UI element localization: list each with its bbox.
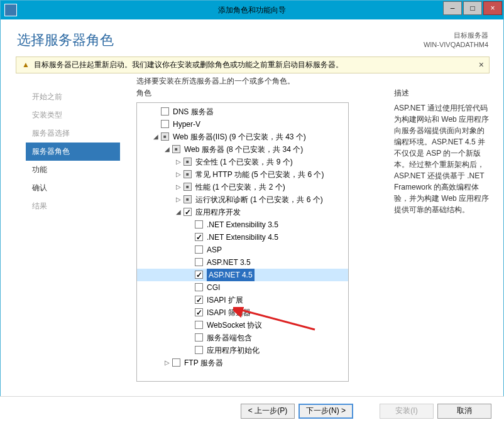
page-title: 选择服务器角色 — [17, 31, 114, 50]
wizard-steps-sidebar: 开始之前安装类型服务器选择服务器角色功能确认结果 — [26, 88, 120, 382]
close-button[interactable]: × — [483, 1, 502, 15]
checkbox[interactable] — [195, 258, 203, 266]
tree-label: CGI — [207, 281, 220, 294]
warning-close-button[interactable]: × — [479, 60, 484, 70]
checkbox[interactable] — [172, 358, 180, 367]
footer: < 上一步(P) 下一步(N) > 安装(I) 取消 — [0, 396, 504, 425]
tree-row[interactable]: .NET Extensibility 3.5 — [137, 218, 348, 231]
checkbox[interactable] — [161, 107, 169, 116]
chevron-right-icon[interactable]: ▷ — [163, 357, 171, 369]
tree-row[interactable]: ◢应用程序开发 — [137, 206, 348, 218]
tree-row[interactable]: ▷FTP 服务器 — [137, 357, 348, 369]
tree-row[interactable]: ◢Web 服务器(IIS) (9 个已安装，共 43 个) — [137, 131, 348, 143]
sub-instruction: 选择要安装在所选服务器上的一个或多个角色。 — [136, 76, 503, 87]
checkbox[interactable] — [195, 220, 203, 229]
checkbox[interactable] — [184, 208, 192, 216]
tree-row[interactable]: 服务器端包含 — [137, 331, 348, 344]
tree-row[interactable]: ▷常见 HTTP 功能 (5 个已安装，共 6 个) — [137, 168, 348, 181]
tree-label: ISAPI 扩展 — [207, 294, 243, 306]
tree-row[interactable]: DNS 服务器 — [137, 105, 348, 118]
checkbox[interactable] — [195, 346, 203, 354]
checkbox[interactable] — [195, 308, 203, 316]
tree-label: 服务器端包含 — [207, 331, 252, 344]
tree-label: .NET Extensibility 3.5 — [207, 218, 278, 231]
chevron-down-icon[interactable]: ◢ — [163, 143, 171, 156]
sidebar-item-0: 开始之前 — [26, 88, 120, 106]
destination-server: WIN-VIVQADATHM4 — [424, 40, 488, 50]
sidebar-item-1: 安装类型 — [26, 106, 120, 124]
checkbox[interactable] — [195, 333, 203, 342]
tree-row[interactable]: ASP.NET 4.5 — [137, 269, 348, 281]
description-caption: 描述 — [394, 88, 491, 99]
checkbox[interactable] — [184, 170, 192, 178]
checkbox[interactable] — [195, 283, 203, 291]
checkbox[interactable] — [161, 132, 169, 141]
tree-row[interactable]: ▷运行状况和诊断 (1 个已安装，共 6 个) — [137, 193, 348, 206]
tree-label: FTP 服务器 — [184, 357, 223, 369]
sidebar-item-4[interactable]: 功能 — [26, 161, 120, 179]
maximize-button[interactable]: □ — [463, 1, 482, 15]
warning-text: 目标服务器已挂起重新启动。我们建议你在安装或删除角色或功能之前重新启动目标服务器… — [34, 60, 343, 70]
tree-label: 常见 HTTP 功能 (5 个已安装，共 6 个) — [195, 168, 324, 181]
sidebar-item-5[interactable]: 确认 — [26, 179, 120, 197]
chevron-down-icon[interactable]: ◢ — [175, 206, 182, 218]
tree-label: 运行状况和诊断 (1 个已安装，共 6 个) — [195, 193, 323, 206]
sidebar-item-6: 结果 — [26, 197, 120, 215]
chevron-right-icon[interactable]: ▷ — [175, 168, 182, 181]
tree-label: 安全性 (1 个已安装，共 9 个) — [195, 156, 293, 168]
tree-row[interactable]: Hyper-V — [137, 118, 348, 131]
roles-caption: 角色 — [136, 88, 383, 99]
destination-label: 目标服务器 — [424, 31, 488, 40]
tree-label: ASP.NET 4.5 — [207, 269, 255, 281]
tree-label: ASP.NET 3.5 — [207, 256, 251, 269]
chevron-right-icon[interactable]: ▷ — [175, 181, 182, 193]
checkbox[interactable] — [172, 145, 180, 153]
checkbox[interactable] — [161, 120, 169, 128]
tree-label: ASP — [207, 244, 222, 256]
checkbox[interactable] — [184, 158, 192, 166]
tree-row[interactable]: .NET Extensibility 4.5 — [137, 231, 348, 244]
tree-row[interactable]: ISAPI 筛选器 — [137, 306, 348, 319]
chevron-right-icon[interactable]: ▷ — [175, 156, 182, 168]
tree-label: Web 服务器 (8 个已安装，共 34 个) — [184, 143, 303, 156]
app-icon — [4, 4, 17, 16]
tree-label: WebSocket 协议 — [207, 319, 262, 331]
chevron-down-icon[interactable]: ◢ — [152, 131, 160, 143]
roles-tree[interactable]: DNS 服务器Hyper-V◢Web 服务器(IIS) (9 个已安装，共 43… — [136, 102, 349, 382]
checkbox[interactable] — [195, 271, 203, 279]
checkbox[interactable] — [195, 233, 203, 241]
window-title: 添加角色和功能向导 — [1, 5, 503, 16]
tree-row[interactable]: ASP — [137, 244, 348, 256]
tree-label: 应用程序初始化 — [207, 344, 260, 357]
sidebar-item-3[interactable]: 服务器角色 — [26, 143, 120, 161]
previous-button[interactable]: < 上一步(P) — [241, 404, 295, 419]
checkbox[interactable] — [184, 183, 192, 191]
tree-row[interactable]: CGI — [137, 281, 348, 294]
tree-row[interactable]: ▷安全性 (1 个已安装，共 9 个) — [137, 156, 348, 168]
titlebar: 添加角色和功能向导 – □ × — [1, 1, 503, 19]
tree-label: 性能 (1 个已安装，共 2 个) — [195, 181, 285, 193]
tree-label: Web 服务器(IIS) (9 个已安装，共 43 个) — [173, 131, 306, 143]
warning-icon: ▲ — [21, 60, 30, 69]
tree-label: 应用程序开发 — [195, 206, 241, 218]
tree-row[interactable]: ASP.NET 3.5 — [137, 256, 348, 269]
chevron-right-icon[interactable]: ▷ — [175, 193, 182, 206]
install-button: 安装(I) — [380, 404, 434, 419]
next-button[interactable]: 下一步(N) > — [299, 404, 353, 419]
checkbox[interactable] — [195, 296, 203, 304]
tree-row[interactable]: ▷性能 (1 个已安装，共 2 个) — [137, 181, 348, 193]
tree-label: .NET Extensibility 4.5 — [207, 231, 278, 244]
warning-bar: ▲ 目标服务器已挂起重新启动。我们建议你在安装或删除角色或功能之前重新启动目标服… — [16, 56, 490, 73]
tree-row[interactable]: 应用程序初始化 — [137, 344, 348, 357]
checkbox[interactable] — [195, 321, 203, 329]
checkbox[interactable] — [195, 245, 203, 254]
minimize-button[interactable]: – — [443, 1, 462, 15]
tree-row[interactable]: ISAPI 扩展 — [137, 294, 348, 306]
tree-row[interactable]: ◢Web 服务器 (8 个已安装，共 34 个) — [137, 143, 348, 156]
checkbox[interactable] — [184, 195, 192, 203]
cancel-button[interactable]: 取消 — [437, 404, 491, 419]
tree-row[interactable]: WebSocket 协议 — [137, 319, 348, 331]
tree-label: Hyper-V — [173, 118, 200, 131]
tree-label: ISAPI 筛选器 — [207, 306, 251, 319]
sidebar-item-2: 服务器选择 — [26, 124, 120, 143]
